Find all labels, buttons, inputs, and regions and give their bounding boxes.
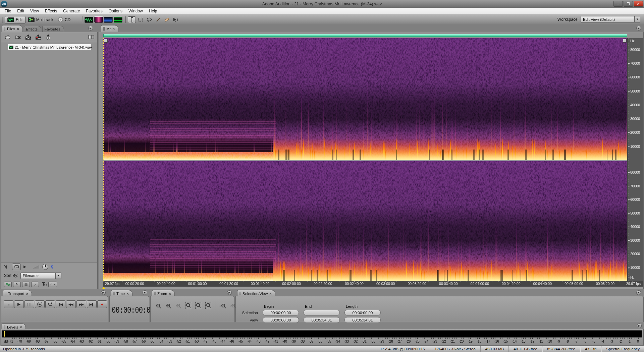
rewind-button[interactable]: ◀◀ [66, 300, 76, 308]
zoom-in-vertically-button[interactable]: ↕+ [217, 301, 227, 309]
timecode-ruler[interactable]: 29.97 fps 29.97 fps 00:00:20:0000:00:40:… [103, 281, 643, 287]
view-begin-field[interactable]: 00:00:00:00 [263, 317, 299, 323]
close-icon[interactable] [126, 292, 128, 296]
tab-transport[interactable]: Transport [3, 290, 32, 297]
zoom-to-selection-button[interactable] [183, 301, 193, 309]
tab-files[interactable]: Files [2, 25, 23, 32]
spectrogram-right-channel[interactable] [103, 161, 627, 281]
tab-time[interactable]: Time [111, 290, 132, 297]
menu-edit[interactable]: Edit [14, 8, 27, 14]
close-button[interactable]: ✕ [634, 1, 643, 7]
multitrack-view-button[interactable]: Multitrack [25, 16, 56, 23]
spectral-phase-view-icon[interactable] [114, 17, 122, 23]
selection-handle-right[interactable] [623, 39, 627, 43]
fast-forward-button[interactable]: ▶▶ [76, 300, 86, 308]
horizontal-zoom-navigation-bar[interactable] [103, 34, 627, 37]
spectrogram-left-channel[interactable] [103, 38, 627, 160]
tab-zoom[interactable]: Zoom [152, 290, 175, 297]
tab-main[interactable]: Main [101, 25, 118, 32]
zoom-in-horizontally-button[interactable]: + [153, 301, 163, 309]
close-icon[interactable] [26, 292, 28, 296]
go-to-end-button[interactable]: ▶▌ [87, 300, 97, 308]
zoom-out-full-button[interactable]: − [173, 301, 183, 309]
zoom-in-right-selection-edge-button[interactable]: › [204, 301, 213, 309]
play-from-cursor-button[interactable]: ▶ [35, 300, 45, 308]
play-looped-button[interactable] [45, 300, 55, 308]
panel-menu-icon[interactable] [227, 290, 232, 295]
panel-menu-icon[interactable] [636, 26, 641, 31]
minimize-button[interactable]: – [613, 1, 623, 7]
effects-paintbrush-tool[interactable] [154, 16, 162, 23]
close-icon[interactable] [17, 27, 19, 31]
menu-favorites[interactable]: Favorites [83, 8, 105, 14]
auto-play-icon[interactable] [4, 265, 9, 269]
record-button[interactable]: ● [97, 300, 107, 308]
play-preview-icon[interactable]: ▶ [23, 265, 26, 269]
menu-generate[interactable]: Generate [60, 8, 83, 14]
maximize-button[interactable]: ❐ [624, 1, 633, 7]
level-meter[interactable] [2, 330, 642, 338]
tab-favorites[interactable]: Favorites [42, 26, 64, 33]
menu-options[interactable]: Options [106, 8, 125, 14]
spectral-pan-view-icon[interactable] [104, 17, 113, 23]
playhead-marker[interactable] [102, 287, 105, 289]
insert-into-multitrack-icon[interactable] [35, 34, 42, 40]
menu-help[interactable]: Help [146, 8, 160, 14]
filter-display-icon[interactable] [42, 282, 47, 287]
edit-file-icon[interactable] [25, 34, 32, 40]
loop-play-icon[interactable] [12, 263, 21, 270]
panel-menu-icon[interactable] [636, 290, 641, 295]
lasso-selection-tool[interactable] [145, 16, 153, 23]
cd-view-button[interactable]: CD [56, 16, 73, 23]
show-full-paths-button[interactable]: C:\> [48, 282, 57, 287]
go-to-beginning-button[interactable]: ▐◀ [56, 300, 65, 308]
marquee-selection-tool[interactable] [137, 16, 145, 23]
frequency-ruler[interactable]: Hz80000700006000050000400003000020000100… [627, 38, 643, 281]
selection-handle-left[interactable] [104, 39, 108, 43]
title-bar[interactable]: Au Adobe Audition - 21 - Merry Christmas… [0, 0, 644, 8]
show-video-files-button[interactable]: ▤ [22, 282, 30, 287]
zoom-out-horizontally-button[interactable]: − [163, 301, 173, 309]
show-loop-files-button[interactable]: ↻ [13, 282, 21, 287]
spot-healing-brush-tool[interactable] [163, 16, 171, 23]
selection-begin-field[interactable]: 00:00:00:00 [263, 310, 299, 315]
close-icon[interactable] [20, 325, 22, 329]
files-panel-options-icon[interactable] [88, 34, 95, 40]
scrub-tool[interactable] [171, 16, 179, 23]
stop-button[interactable]: ■ [4, 300, 13, 308]
toolbar-grip[interactable] [2, 17, 3, 23]
show-audio-files-button[interactable] [4, 282, 12, 287]
edit-view-button[interactable]: Edit [5, 16, 25, 23]
menu-window[interactable]: Window [125, 8, 146, 14]
menu-view[interactable]: View [27, 8, 42, 14]
time-selection-tool[interactable] [128, 16, 136, 23]
preview-volume-knob[interactable] [42, 264, 48, 270]
panel-menu-icon[interactable] [88, 26, 93, 31]
view-length-field[interactable]: 00:05:34:01 [344, 317, 381, 323]
pause-button[interactable]: ▌▌ [24, 300, 34, 308]
show-midi-files-button[interactable]: ♪ [31, 282, 39, 287]
sort-by-select[interactable]: Filename [20, 273, 61, 279]
selection-length-field[interactable]: 00:00:00:00 [344, 310, 381, 315]
playhead-cursor[interactable] [103, 38, 104, 281]
play-button[interactable]: ▶ [14, 300, 24, 308]
file-list[interactable]: 21 - Merry Christmas Mr. Lawrence (M-34)… [1, 42, 97, 262]
file-row-selected[interactable]: 21 - Merry Christmas Mr. Lawrence (M-34)… [8, 44, 91, 50]
import-file-icon[interactable] [5, 34, 11, 40]
panel-menu-icon[interactable] [101, 290, 106, 295]
close-icon[interactable] [269, 292, 271, 296]
zoom-in-left-selection-edge-button[interactable]: ‹ [194, 301, 203, 309]
tab-effects[interactable]: Effects [24, 26, 41, 33]
preview-volume-value[interactable]: 0 [51, 265, 53, 269]
insert-into-cd-icon[interactable] [45, 34, 52, 40]
close-icon[interactable] [169, 292, 171, 296]
panel-menu-icon[interactable] [143, 290, 147, 295]
panel-menu-icon[interactable] [637, 324, 642, 328]
selection-end-field[interactable] [304, 310, 340, 315]
menu-effects[interactable]: Effects [42, 8, 60, 14]
menu-file[interactable]: File [2, 8, 14, 14]
spectral-frequency-view-icon[interactable] [94, 17, 103, 23]
workspace-select[interactable]: Edit View (Default) [581, 16, 640, 22]
waveform-view-icon[interactable] [85, 17, 93, 23]
view-end-field[interactable]: 00:05:34:01 [304, 317, 340, 323]
